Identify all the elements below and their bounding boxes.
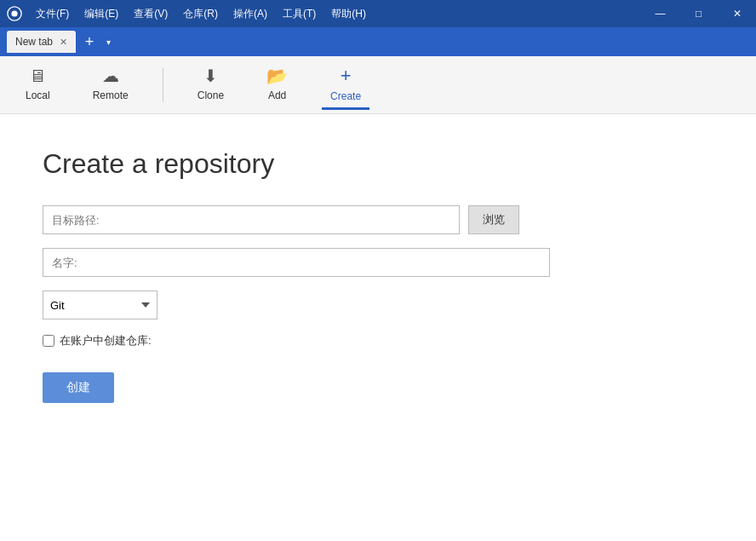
path-input[interactable] (43, 205, 460, 234)
menu-repo[interactable]: 仓库(R) (176, 3, 225, 25)
tab-add-area: + ▾ (79, 32, 114, 52)
toolbar-separator (163, 68, 163, 102)
page-title: Create a repository (43, 148, 713, 180)
toolbar-create-label: Create (330, 90, 361, 102)
add-icon: 📂 (266, 66, 288, 86)
account-checkbox-label: 在账户中创建仓库: (60, 333, 152, 348)
window-controls: — □ ✕ (641, 0, 756, 27)
create-icon: + (341, 65, 352, 87)
menu-help[interactable]: 帮助(H) (324, 3, 373, 25)
toolbar-add[interactable]: 📂 Add (258, 60, 296, 109)
menu-edit[interactable]: 编辑(E) (77, 3, 125, 25)
path-row: 浏览 (43, 205, 713, 234)
titlebar-left: 文件(F) 编辑(E) 查看(V) 仓库(R) 操作(A) 工具(T) 帮助(H… (7, 3, 373, 25)
menu-actions[interactable]: 操作(A) (226, 3, 274, 25)
toolbar-local[interactable]: 🖥 Local (17, 61, 59, 109)
vcs-select[interactable]: Git Mercurial (43, 291, 158, 319)
minimize-button[interactable]: — (641, 0, 679, 27)
name-row (43, 248, 713, 277)
tab-dropdown-button[interactable]: ▾ (103, 34, 114, 50)
toolbar-add-label: Add (268, 89, 286, 101)
toolbar-local-label: Local (26, 89, 50, 101)
main-content: Create a repository 浏览 Git Mercurial 在账户… (0, 114, 756, 541)
toolbar-clone-label: Clone (198, 89, 224, 101)
toolbar: 🖥 Local ☁ Remote ⬇ Clone 📂 Add + Create (0, 56, 756, 114)
menu-tools[interactable]: 工具(T) (276, 3, 323, 25)
remote-icon: ☁ (102, 66, 119, 86)
menu-bar: 文件(F) 编辑(E) 查看(V) 仓库(R) 操作(A) 工具(T) 帮助(H… (29, 3, 373, 25)
menu-file[interactable]: 文件(F) (29, 3, 76, 25)
titlebar: 文件(F) 编辑(E) 查看(V) 仓库(R) 操作(A) 工具(T) 帮助(H… (0, 0, 756, 27)
close-button[interactable]: ✕ (718, 0, 756, 27)
local-icon: 🖥 (29, 66, 46, 86)
vcs-select-row: Git Mercurial (43, 291, 713, 319)
menu-view[interactable]: 查看(V) (127, 3, 175, 25)
tab-close-button[interactable]: ✕ (60, 37, 67, 47)
svg-point-1 (11, 10, 17, 16)
maximize-button[interactable]: □ (679, 0, 718, 27)
new-tab[interactable]: New tab ✕ (7, 31, 76, 53)
browse-button[interactable]: 浏览 (468, 205, 519, 234)
toolbar-remote[interactable]: ☁ Remote (84, 60, 137, 109)
clone-icon: ⬇ (203, 66, 218, 86)
toolbar-remote-label: Remote (93, 89, 129, 101)
app-logo (7, 6, 22, 21)
account-checkbox[interactable] (43, 335, 54, 347)
name-input[interactable] (43, 248, 550, 277)
tabbar: New tab ✕ + ▾ (0, 27, 756, 56)
toolbar-clone[interactable]: ⬇ Clone (189, 60, 232, 109)
toolbar-create[interactable]: + Create (322, 60, 369, 110)
create-button[interactable]: 创建 (43, 372, 114, 403)
add-tab-button[interactable]: + (79, 32, 100, 52)
tab-label: New tab (15, 36, 53, 48)
account-checkbox-row: 在账户中创建仓库: (43, 333, 713, 348)
